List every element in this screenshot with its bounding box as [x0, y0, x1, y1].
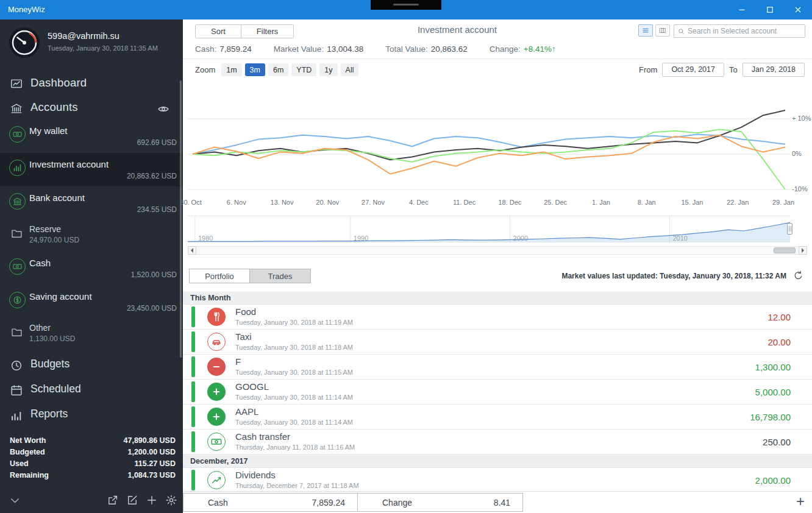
refresh-icon[interactable] [792, 270, 804, 281]
summary-remaining: Remaining1,084.73 USD [10, 470, 176, 481]
transactions-list: This MonthFoodTuesday, January 30, 2018 … [183, 291, 812, 491]
close-button[interactable] [784, 0, 812, 19]
minimize-button[interactable] [728, 0, 756, 19]
stat-label: Total Value: [385, 44, 428, 54]
taxi-icon [207, 333, 226, 351]
transaction-row-cash-transfer[interactable]: Cash transferThursday, January 11, 2018 … [183, 430, 812, 455]
nav-label: Scheduled [30, 383, 81, 395]
add-account-button[interactable] [146, 494, 158, 506]
footer-change-box[interactable]: Change 8.41 [357, 493, 523, 512]
filters-button[interactable]: Filters [241, 25, 293, 38]
sidebar-account-investment-account[interactable]: Investment account20,863.62 USD [0, 153, 183, 186]
to-date-input[interactable]: Jan 29, 2018 [743, 63, 805, 77]
sidebar-account-my-wallet[interactable]: My wallet692.69 USD [0, 119, 183, 153]
zoom-1m-button[interactable]: 1m [221, 63, 241, 76]
sidebar-account-reserve[interactable]: Reserve24,970.00 USD [0, 220, 183, 252]
footer-cash-box[interactable]: Cash 7,859.24 [183, 493, 358, 512]
navigator-chart[interactable]: 1980199020002010 [188, 216, 790, 242]
left-arrow-icon [188, 248, 193, 253]
list-view-button[interactable] [638, 24, 653, 37]
sidebar-item-scheduled[interactable]: Scheduled [0, 378, 183, 403]
titlebar: MoneyWiz [0, 0, 812, 19]
transaction-row-aapl[interactable]: AAPLTuesday, January 30, 2018 at 11:14 A… [183, 405, 812, 430]
transaction-row-dividends[interactable]: DividendsThursday, December 7, 2017 at 1… [183, 468, 812, 491]
sidebar-item-budgets[interactable]: Budgets [0, 353, 183, 378]
stat-label: Change: [490, 44, 521, 54]
eye-icon[interactable] [157, 103, 169, 115]
add-transaction-button[interactable]: + [796, 493, 805, 510]
tab-portfolio[interactable]: Portfolio [189, 269, 250, 283]
account-name: Bank account [29, 193, 85, 203]
edit-icon[interactable] [126, 494, 138, 506]
sidebar-account-saving-account[interactable]: Saving account23,450.00 USD [0, 285, 183, 319]
maximize-button[interactable] [756, 0, 784, 19]
navigator-year-label: 1990 [354, 235, 368, 242]
navigator-handle[interactable] [787, 223, 792, 235]
from-date-input[interactable]: Oct 29, 2017 [662, 63, 724, 77]
zoom-3m-button[interactable]: 3m [245, 63, 265, 76]
collapse-sidebar-button[interactable] [9, 494, 21, 507]
sidebar-account-cash[interactable]: Cash1,520.00 USD [0, 252, 183, 285]
scroll-right-button[interactable] [799, 246, 807, 255]
transaction-row-googl[interactable]: GOOGLTuesday, January 30, 2018 at 11:14 … [183, 380, 812, 405]
zoom-6m-button[interactable]: 6m [268, 63, 288, 76]
clock-icon [10, 359, 23, 372]
accounts-label: Accounts [30, 101, 78, 114]
zoom-1y-button[interactable]: 1y [319, 63, 337, 76]
sidebar-item-accounts[interactable]: Accounts [0, 96, 183, 121]
transaction-date: Thursday, December 7, 2017 at 11:18 AM [235, 482, 359, 489]
sidebar-item-dashboard[interactable]: Dashboard [0, 72, 183, 96]
summary-label: Net Worth [10, 436, 46, 445]
bars-icon [10, 409, 23, 422]
export-icon[interactable] [107, 494, 119, 506]
user-profile[interactable]: 599a@vahrmih.su Tuesday, January 30, 201… [9, 26, 178, 65]
footer-change-label: Change [382, 498, 412, 508]
zoom-all-button[interactable]: All [341, 63, 359, 76]
performance-chart[interactable] [188, 80, 790, 197]
stat-market-value: Market Value:13,004.38 [274, 44, 363, 54]
account-name: Saving account [29, 291, 92, 302]
sidebar-scrollbar[interactable] [180, 80, 182, 358]
nav-label: Budgets [30, 358, 69, 370]
user-email: 599a@vahrmih.su [48, 31, 119, 41]
x-axis-label: 6. Nov [227, 199, 246, 206]
navigator-year-label: 1980 [198, 235, 213, 242]
buy-icon [207, 383, 226, 401]
sidebar-account-other[interactable]: Other1,130.00 USD [0, 319, 183, 350]
transaction-status-bar [191, 356, 195, 377]
column-view-button[interactable] [655, 24, 670, 37]
section-header-this-month: This Month [183, 291, 812, 305]
sort-button[interactable]: Sort [196, 25, 241, 38]
transaction-name: F [235, 356, 241, 367]
settings-icon[interactable] [165, 494, 177, 506]
stat-label: Market Value: [274, 44, 324, 54]
navigator-year-label: 2000 [513, 235, 528, 242]
tab-trades[interactable]: Trades [250, 269, 311, 283]
transaction-date: Thursday, January 11, 2018 at 11:16 AM [235, 444, 355, 451]
transaction-row-taxi[interactable]: TaxiTuesday, January 30, 2018 at 11:18 A… [183, 330, 812, 355]
footer-cash-value: 7,859.24 [312, 498, 346, 508]
scroll-left-button[interactable] [188, 246, 196, 255]
calendar-icon [10, 384, 23, 397]
view-toggles [638, 24, 670, 37]
search-box[interactable] [674, 24, 805, 38]
transaction-status-bar [191, 431, 195, 452]
transaction-row-food[interactable]: FoodTuesday, January 30, 2018 at 11:19 A… [183, 305, 812, 330]
food-icon [207, 308, 226, 326]
date-range: From Oct 29, 2017 To Jan 29, 2018 [639, 63, 805, 77]
sidebar-item-reports[interactable]: Reports [0, 403, 183, 428]
portfolio-trades-tabs: PortfolioTrades [189, 269, 311, 283]
search-input[interactable] [688, 26, 802, 37]
x-axis-label: 15. Jan [681, 199, 703, 206]
transaction-date: Tuesday, January 30, 2018 at 11:15 AM [235, 369, 353, 376]
window-controls [728, 0, 812, 19]
transaction-row-f[interactable]: FTuesday, January 30, 2018 at 11:15 AM1,… [183, 355, 812, 380]
summary-value: 47,890.86 USD [124, 436, 176, 445]
footer-bar: Cash 7,859.24 Change 8.41 + [183, 491, 812, 513]
transaction-amount: 12.00 [767, 305, 791, 330]
zoom-ytd-button[interactable]: YTD [291, 63, 316, 76]
summary-budgeted: Budgeted1,200.00 USD [10, 447, 176, 458]
scrollbar-thumb[interactable] [774, 247, 796, 253]
sidebar-account-bank-account[interactable]: Bank account234.55 USD [0, 186, 183, 220]
scrollbar-track[interactable] [196, 246, 799, 255]
